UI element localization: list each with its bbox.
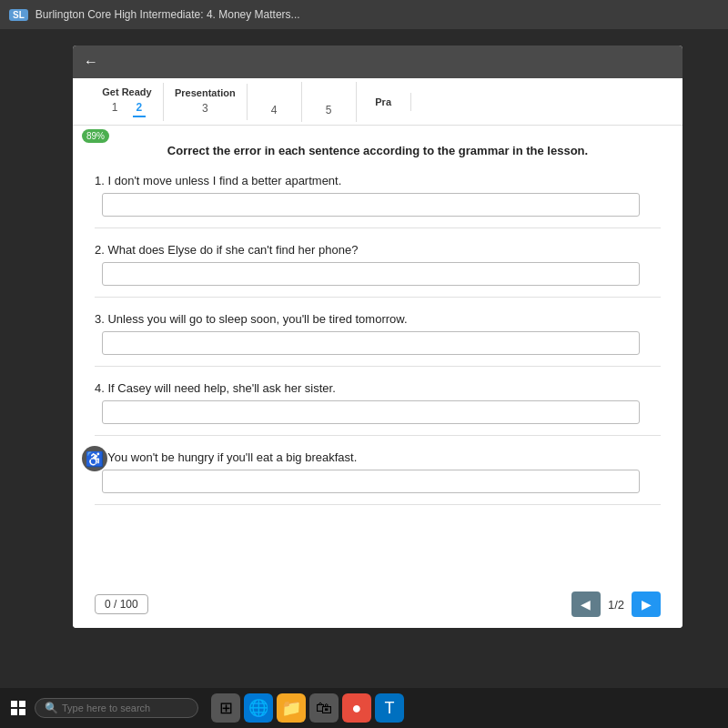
get-ready-tab-group: Get Ready 1 2	[91, 83, 164, 121]
question-2-body: What does Elyse do if she can't find her…	[107, 243, 358, 257]
search-icon: 🔍	[45, 702, 58, 714]
page-indicator: 1/2	[608, 598, 624, 612]
taskbar-store-icon[interactable]: 🛍	[309, 693, 339, 723]
question-4-number: 4.	[95, 381, 105, 395]
tab-4[interactable]: 4	[268, 102, 281, 118]
answer-input-3[interactable]	[102, 331, 640, 355]
question-1: 1. I don't move unless I find a better a…	[95, 174, 661, 228]
taskbar-search-input[interactable]	[62, 703, 188, 713]
app-header: ←	[73, 46, 682, 78]
taskbar-folder-icon[interactable]: 📁	[277, 693, 306, 723]
answer-input-4[interactable]	[102, 400, 640, 424]
bottom-bar: 0 / 100 ◀ 1/2 ▶	[73, 592, 682, 617]
get-ready-label: Get Ready	[102, 86, 151, 97]
question-3-body: Unless you will go to sleep soon, you'll…	[107, 312, 407, 326]
question-2-number: 2.	[95, 243, 105, 257]
presentation-numbers: 3	[198, 100, 212, 116]
presentation-tab-group: Presentation 3	[164, 84, 248, 120]
back-button[interactable]: ←	[84, 54, 98, 70]
tab-2[interactable]: 2	[133, 99, 147, 117]
pra-label: Pra	[375, 96, 391, 107]
taskbar-apps: ⊞ 🌐 📁 🛍 ● T	[211, 693, 404, 723]
main-content: Correct the error in each sentence accor…	[73, 126, 682, 628]
question-5-text: 5. You won't be hungry if you'll eat a b…	[95, 450, 661, 464]
question-3-text: 3. Unless you will go to sleep soon, you…	[95, 312, 661, 326]
instruction-text: Correct the error in each sentence accor…	[95, 144, 661, 157]
question-2-text: 2. What does Elyse do if she can't find …	[95, 243, 661, 257]
nav-controls: ◀ 1/2 ▶	[571, 592, 661, 617]
browser-title: Burlington Core High Intermediate: 4. Mo…	[35, 8, 300, 21]
question-1-text: 1. I don't move unless I find a better a…	[95, 174, 661, 187]
tab-4-group: 4	[248, 82, 302, 122]
tab-1[interactable]: 1	[108, 99, 122, 117]
answer-input-2[interactable]	[102, 262, 640, 286]
screen: ← Get Ready 1 2 Presentation 3 4 5	[0, 29, 728, 688]
laptop-content: ← Get Ready 1 2 Presentation 3 4 5	[73, 46, 682, 628]
question-3-number: 3.	[95, 312, 105, 326]
taskbar-chrome-icon[interactable]: ●	[342, 693, 371, 723]
score-badge: 0 / 100	[95, 594, 148, 614]
question-4-text: 4. If Casey will need help, she'll ask h…	[95, 381, 661, 395]
question-5: 5. You won't be hungry if you'll eat a b…	[95, 450, 661, 505]
question-1-body: I don't move unless I find a better apar…	[107, 174, 341, 187]
progress-badge: 89%	[82, 129, 109, 143]
question-1-number: 1.	[95, 174, 105, 187]
question-2: 2. What does Elyse do if she can't find …	[95, 243, 661, 298]
question-4: 4. If Casey will need help, she'll ask h…	[95, 381, 661, 436]
taskbar: 🔍 ⊞ 🌐 📁 🛍 ● T	[0, 688, 728, 728]
answer-input-1[interactable]	[102, 193, 640, 217]
question-3: 3. Unless you will go to sleep soon, you…	[95, 312, 661, 367]
presentation-label: Presentation	[175, 87, 236, 98]
accessibility-icon[interactable]: ♿	[82, 446, 107, 471]
taskbar-search-box[interactable]: 🔍	[35, 698, 198, 718]
taskbar-edge-icon[interactable]: 🌐	[244, 693, 273, 723]
pra-tab-group: Pra	[357, 93, 411, 111]
tab-5[interactable]: 5	[322, 102, 336, 118]
question-5-body: You won't be hungry if you'll eat a big …	[107, 450, 357, 464]
windows-icon	[11, 701, 25, 715]
get-ready-numbers: 1 2	[108, 99, 146, 117]
sl-badge: SL	[9, 9, 28, 21]
tab-5-group: 5	[302, 82, 357, 122]
question-4-body: If Casey will need help, she'll ask her …	[107, 381, 335, 395]
tab-3[interactable]: 3	[198, 100, 212, 116]
next-button[interactable]: ▶	[632, 592, 661, 617]
answer-input-5[interactable]	[102, 470, 640, 493]
prev-button[interactable]: ◀	[571, 592, 601, 617]
taskbar-grid-icon[interactable]: ⊞	[211, 693, 240, 723]
tabs-bar: Get Ready 1 2 Presentation 3 4 5 Pra	[73, 78, 682, 126]
browser-bar: SL Burlington Core High Intermediate: 4.…	[0, 0, 728, 29]
taskbar-teams-icon[interactable]: T	[375, 693, 404, 723]
windows-button[interactable]	[7, 697, 29, 719]
